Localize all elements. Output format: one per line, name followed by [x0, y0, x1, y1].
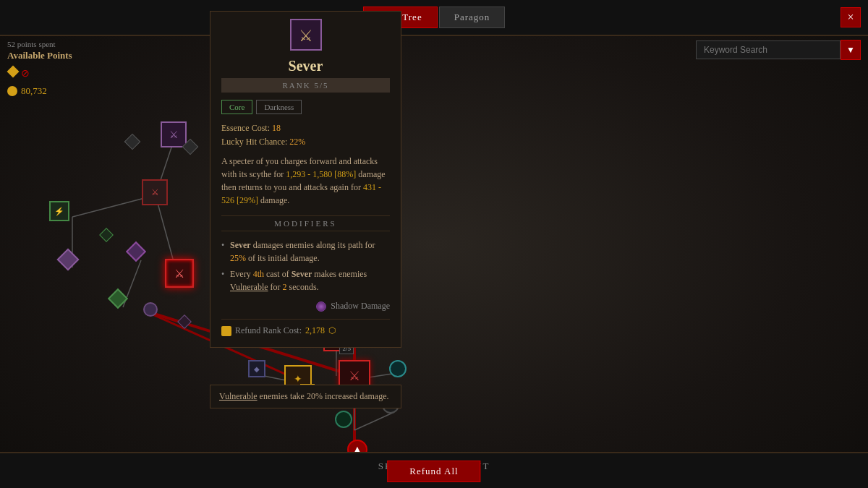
gold-amount: 80,732	[7, 85, 72, 97]
node-left[interactable]: ⚡	[49, 201, 69, 221]
essence-cost-line: Essence Cost: 18	[221, 121, 390, 135]
modifier-2: Every 4th cast of Sever makes enemies Vu…	[221, 267, 390, 294]
refund-all-button[interactable]: Refund All	[387, 461, 480, 482]
node-purple-circle[interactable]	[143, 302, 158, 317]
gold-icon	[7, 86, 17, 96]
keyword-search-input[interactable]	[696, 40, 841, 59]
vulnerable-keyword: Vulnerable	[219, 391, 258, 401]
vulnerable-desc: enemies take 20% increased damage.	[260, 391, 389, 401]
node-green-diamond[interactable]	[111, 291, 125, 306]
skill-tooltip-panel: ⚔ Sever RANK 5/5 Core Darkness Essence C…	[210, 11, 401, 348]
skill-rank-text: RANK 5/5	[283, 81, 329, 90]
left-stats-panel: 52 points spent Available Points ⊘ 80,73…	[7, 40, 72, 97]
node-extra-3[interactable]	[101, 230, 111, 240]
tab-paragon[interactable]: Paragon	[439, 7, 506, 28]
shadow-damage-label: Shadow Damage	[331, 301, 390, 312]
keyword-dropdown-button[interactable]: ▼	[841, 40, 861, 60]
node-sever-selected[interactable]: ⚔	[165, 259, 194, 288]
shadow-damage-row: Shadow Damage	[221, 301, 390, 312]
modifier-2-text: Every 4th cast of Sever makes enemies Vu…	[230, 269, 367, 292]
cancel-icon: ⊘	[21, 67, 30, 80]
diamond-icon	[7, 66, 20, 78]
tag-core[interactable]: Core	[221, 100, 252, 114]
node-extra-2[interactable]	[184, 141, 196, 153]
vulnerable-tooltip: Vulnerable enemies take 20% increased da…	[210, 385, 401, 408]
skill-rank-bar: RANK 5/5	[221, 78, 390, 93]
refund-icon	[221, 326, 231, 336]
refund-coin-icon: ⬡	[328, 325, 336, 336]
node-scythe[interactable]: ⚔	[161, 121, 187, 147]
skill-description: A specter of you charges forward and att…	[221, 155, 390, 207]
skill-name: Sever	[221, 58, 390, 74]
skill-tags: Core Darkness	[221, 100, 390, 114]
node-extra-1[interactable]	[127, 136, 138, 147]
modifiers-header: MODIFIERS	[221, 215, 390, 231]
modifier-1-text: Sever damages enemies along its path for…	[230, 240, 375, 263]
keyword-search-container: ▼	[696, 40, 861, 60]
points-spent-label: 52 points spent	[7, 40, 72, 48]
shadow-orb-icon	[316, 301, 326, 312]
main-container: ⚔ ⚔ ⚡ ⚔	[0, 0, 868, 488]
skill-stats: Essence Cost: 18 Lucky Hit Chance: 22%	[221, 121, 390, 149]
refund-value: 2,178	[305, 325, 325, 336]
close-button[interactable]: ×	[841, 7, 861, 27]
bottom-bar: SKILL ASSIGNMENT Refund All	[0, 452, 868, 488]
lucky-hit-line: Lucky Hit Chance: 22%	[221, 135, 390, 149]
node-purple-diamond[interactable]	[129, 244, 143, 259]
node-diamond-left[interactable]	[60, 252, 76, 267]
lucky-hit-value: 22%	[289, 137, 305, 147]
node-teal-bottom[interactable]	[335, 411, 352, 428]
top-bar: Skill Tree Paragon ×	[0, 0, 868, 36]
refund-row: Refund Rank Cost: 2,178 ⬡	[221, 319, 390, 336]
tag-darkness[interactable]: Darkness	[256, 100, 302, 114]
skill-tooltip-icon: ⚔	[290, 19, 322, 51]
node-teal-right[interactable]	[389, 360, 407, 377]
available-points: Available Points	[7, 50, 72, 61]
node-skill-2[interactable]: ⚔	[142, 179, 168, 205]
node-small-left[interactable]: ◆	[248, 360, 265, 377]
node-extra-4[interactable]	[179, 317, 190, 327]
svg-line-12	[354, 412, 394, 430]
modifier-list: Sever damages enemies along its path for…	[221, 239, 390, 294]
essence-value: 18	[272, 123, 281, 133]
skill-tree-canvas: ⚔ ⚔ ⚡ ⚔	[0, 36, 868, 452]
modifier-1: Sever damages enemies along its path for…	[221, 239, 390, 265]
